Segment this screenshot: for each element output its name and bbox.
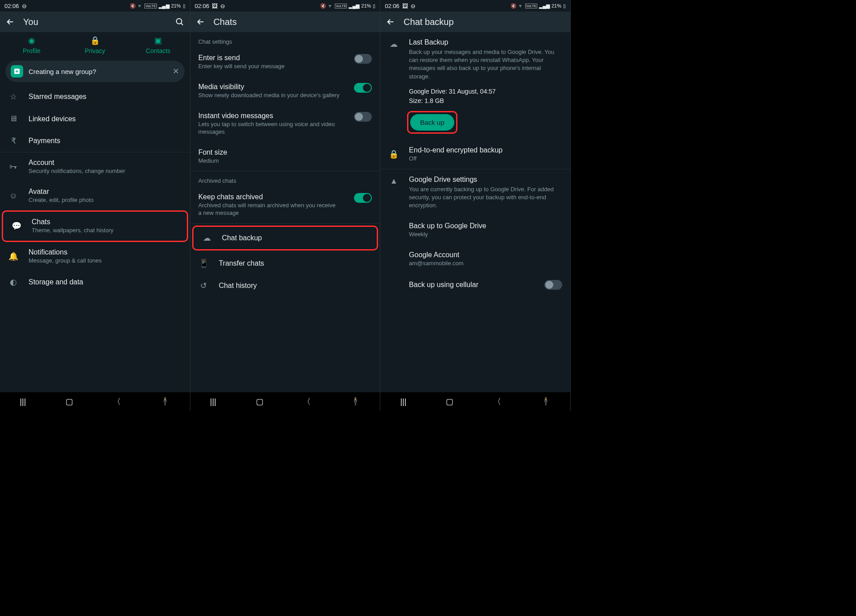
dnd-icon: ⊖ — [22, 3, 27, 9]
battery-icon: ▯ — [563, 3, 566, 9]
item-google-account[interactable]: Google Accountam@sammobile.com — [380, 245, 570, 274]
last-backup-desc: Back up your messages and media to Googl… — [409, 48, 562, 81]
recents-button[interactable]: ||| — [400, 397, 407, 407]
image-icon: 🖼 — [212, 3, 218, 9]
item-media-visibility[interactable]: Media visibilityShow newly downloaded me… — [190, 77, 380, 106]
back-icon[interactable] — [196, 17, 206, 27]
item-transfer-chats[interactable]: 📱 Transfer chats — [190, 252, 380, 275]
item-e2e-backup[interactable]: 🔒 End-to-end encrypted backupOff — [380, 140, 570, 169]
back-button[interactable]: 〈 — [113, 396, 121, 407]
app-bar-backup: Chat backup — [380, 12, 570, 32]
contacts-icon: ▣ — [127, 36, 190, 45]
transfer-icon: 📱 — [198, 259, 209, 268]
gd-settings-title: Google Drive settings — [409, 176, 562, 184]
status-bar: 02:06 🖼 ⊖ 🔇 ᯤ VoLTE ▂▄▆ 21% ▯ — [380, 0, 570, 12]
accessibility-button[interactable]: 🕴 — [160, 397, 170, 407]
key-icon: 🗝 — [8, 162, 19, 172]
back-icon[interactable] — [386, 17, 395, 27]
status-time: 02:06 — [4, 3, 19, 9]
plus-icon — [11, 65, 23, 78]
item-keep-archived[interactable]: Keep chats archivedArchived chats will r… — [190, 187, 380, 223]
item-account[interactable]: 🗝 AccountSecurity notifications, change … — [0, 152, 190, 181]
item-avatar[interactable]: ☺ AvatarCreate, edit, profile photo — [0, 181, 190, 210]
item-payments[interactable]: ₹ Payments — [0, 130, 190, 152]
back-icon[interactable] — [5, 17, 15, 27]
wifi-icon: ᯤ — [138, 3, 143, 8]
home-button[interactable]: ▢ — [66, 397, 73, 407]
item-chat-backup[interactable]: ☁ Chat backup — [192, 226, 379, 251]
toggle-instant-video[interactable] — [354, 112, 372, 122]
toggle-keep-archived[interactable] — [354, 193, 372, 203]
devices-icon: 🖥 — [8, 114, 19, 123]
wifi-icon: ᯤ — [519, 3, 523, 8]
item-font-size[interactable]: Font sizeMedium — [190, 142, 380, 171]
wifi-icon: ᯤ — [328, 3, 333, 8]
settings-list: ☆ Starred messages 🖥 Linked devices ₹ Pa… — [0, 86, 190, 392]
home-button[interactable]: ▢ — [256, 397, 263, 407]
accessibility-button[interactable]: 🕴 — [541, 397, 551, 407]
volte-icon: VoLTE — [144, 4, 156, 8]
item-chats[interactable]: 💬 ChatsTheme, wallpapers, chat history — [2, 210, 188, 242]
gd-settings-desc: You are currently backing up to Google D… — [409, 185, 562, 210]
status-bar: 02:06 🖼 ⊖ 🔇 ᯤ VoLTE ▂▄▆ 21% ▯ — [190, 0, 380, 12]
item-backup-cellular[interactable]: Back up using cellular — [380, 274, 570, 296]
status-bar: 02:06 ⊖ 🔇 ᯤ VoLTE ▂▄▆ 21% ▯ — [0, 0, 190, 12]
tab-privacy[interactable]: 🔒Privacy — [63, 36, 127, 54]
backup-list: ☁ Last Backup Back up your messages and … — [380, 32, 570, 392]
signal-icon: ▂▄▆ — [539, 3, 550, 9]
cloud-upload-icon: ☁ — [388, 38, 399, 134]
accessibility-button[interactable]: 🕴 — [350, 397, 360, 407]
lock-icon: 🔒 — [63, 36, 127, 45]
backup-button[interactable]: Back up — [410, 114, 454, 131]
item-backup-frequency[interactable]: Back up to Google DriveWeekly — [380, 216, 570, 245]
item-storage[interactable]: ◐ Storage and data — [0, 271, 190, 293]
search-icon[interactable] — [175, 17, 185, 27]
battery-icon: ▯ — [183, 3, 185, 9]
battery-icon: ▯ — [373, 3, 375, 9]
back-button[interactable]: 〈 — [303, 396, 311, 407]
home-button[interactable]: ▢ — [446, 397, 453, 407]
svg-point-0 — [176, 19, 181, 24]
app-bar-chats: Chats — [190, 12, 380, 32]
volte-icon: VoLTE — [525, 4, 537, 8]
backup-drive-info: Google Drive: 31 August, 04:57 — [409, 87, 562, 96]
tab-profile[interactable]: ◉Profile — [0, 36, 63, 54]
tab-contacts[interactable]: ▣Contacts — [127, 36, 190, 54]
item-starred[interactable]: ☆ Starred messages — [0, 86, 190, 108]
page-title: Chat backup — [403, 17, 565, 27]
avatar-icon: ☺ — [8, 191, 19, 201]
item-enter-send[interactable]: Enter is sendEnter key will send your me… — [190, 48, 380, 77]
toggle-media-visibility[interactable] — [354, 83, 372, 93]
chat-icon: 💬 — [11, 221, 22, 231]
item-instant-video[interactable]: Instant video messagesLets you tap to sw… — [190, 106, 380, 142]
google-drive-icon: ▲ — [388, 176, 399, 210]
item-notifications[interactable]: 🔔 NotificationsMessage, group & call ton… — [0, 242, 190, 271]
toggle-cellular[interactable] — [544, 280, 562, 290]
recents-button[interactable]: ||| — [20, 397, 26, 407]
volte-icon: VoLTE — [335, 4, 347, 8]
status-time: 02:06 — [195, 3, 210, 9]
dnd-icon: ⊖ — [411, 3, 416, 9]
app-bar-you: You — [0, 12, 190, 32]
item-chat-history[interactable]: ↺ Chat history — [190, 275, 380, 297]
new-group-banner[interactable]: Creating a new group? ✕ — [5, 61, 185, 82]
cloud-upload-icon: ☁ — [202, 233, 212, 243]
mute-icon: 🔇 — [510, 3, 517, 9]
section-archived: Archived chats — [190, 171, 380, 187]
page-title: Chats — [214, 17, 375, 27]
back-button[interactable]: 〈 — [493, 396, 501, 407]
toggle-enter-send[interactable] — [354, 54, 372, 64]
last-backup-card: ☁ Last Backup Back up your messages and … — [380, 32, 570, 140]
rupee-icon: ₹ — [8, 136, 19, 146]
profile-icon: ◉ — [0, 36, 63, 45]
signal-icon: ▂▄▆ — [349, 3, 359, 9]
panel-chat-backup: 02:06 🖼 ⊖ 🔇 ᯤ VoLTE ▂▄▆ 21% ▯ Chat backu… — [380, 0, 571, 411]
gd-settings-card: ▲ Google Drive settings You are currentl… — [380, 169, 570, 216]
close-icon[interactable]: ✕ — [173, 66, 179, 76]
recents-button[interactable]: ||| — [210, 397, 216, 407]
bell-icon: 🔔 — [8, 251, 19, 261]
item-linked-devices[interactable]: 🖥 Linked devices — [0, 108, 190, 130]
lock-icon: 🔒 — [388, 149, 399, 159]
section-chat-settings: Chat settings — [190, 32, 380, 48]
backup-button-highlight: Back up — [407, 111, 457, 134]
